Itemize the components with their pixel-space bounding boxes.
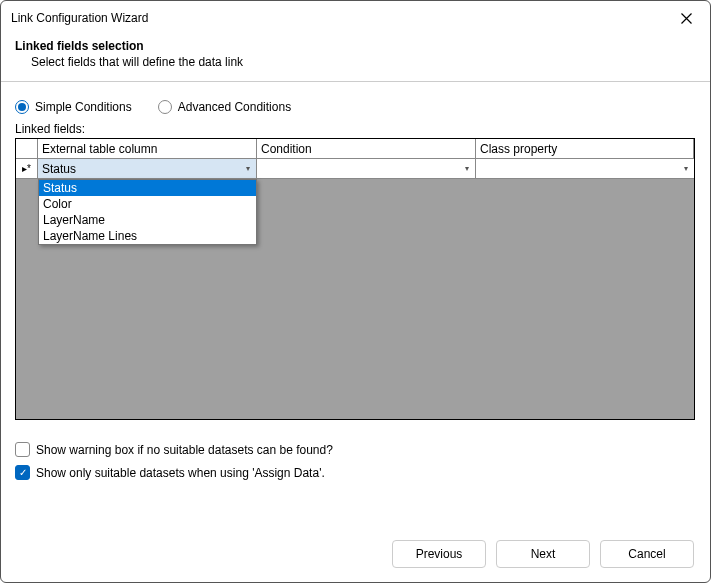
dropdown-option[interactable]: Status bbox=[39, 180, 256, 196]
suitable-datasets-checkbox-row[interactable]: ✓ Show only suitable datasets when using… bbox=[15, 461, 696, 484]
radio-circle-icon bbox=[15, 100, 29, 114]
column-header-external[interactable]: External table column bbox=[38, 139, 257, 158]
condition-type-radio-group: Simple Conditions Advanced Conditions bbox=[15, 100, 696, 114]
wizard-button-bar: Previous Next Cancel bbox=[392, 540, 694, 568]
cancel-button[interactable]: Cancel bbox=[600, 540, 694, 568]
dropdown-option[interactable]: Color bbox=[39, 196, 256, 212]
chevron-down-icon[interactable]: ▾ bbox=[678, 159, 694, 178]
class-property-cell[interactable]: ▾ bbox=[476, 159, 694, 179]
close-icon bbox=[681, 13, 692, 24]
dropdown-option[interactable]: LayerName Lines bbox=[39, 228, 256, 244]
close-button[interactable] bbox=[672, 4, 700, 32]
condition-cell[interactable]: ▾ bbox=[257, 159, 476, 179]
row-indicator-icon[interactable]: ▸* bbox=[16, 159, 38, 179]
titlebar: Link Configuration Wizard bbox=[1, 1, 710, 35]
dropdown-option[interactable]: LayerName bbox=[39, 212, 256, 228]
simple-conditions-radio[interactable]: Simple Conditions bbox=[15, 100, 132, 114]
advanced-conditions-radio[interactable]: Advanced Conditions bbox=[158, 100, 291, 114]
checkbox-label: Show only suitable datasets when using '… bbox=[36, 466, 325, 480]
chevron-down-icon[interactable]: ▾ bbox=[459, 159, 475, 178]
grid-data-row: ▸* Status ▾ ▾ ▾ bbox=[16, 159, 694, 179]
radio-label: Simple Conditions bbox=[35, 100, 132, 114]
checkbox-checked-icon: ✓ bbox=[15, 465, 30, 480]
page-title: Linked fields selection bbox=[15, 39, 696, 53]
wizard-header: Linked fields selection Select fields th… bbox=[1, 35, 710, 81]
checkbox-unchecked-icon bbox=[15, 442, 30, 457]
linked-fields-grid: External table column Condition Class pr… bbox=[15, 138, 695, 420]
page-subtitle: Select fields that will define the data … bbox=[15, 55, 696, 69]
chevron-down-icon[interactable]: ▾ bbox=[240, 159, 256, 178]
radio-label: Advanced Conditions bbox=[178, 100, 291, 114]
previous-button[interactable]: Previous bbox=[392, 540, 486, 568]
next-button[interactable]: Next bbox=[496, 540, 590, 568]
warning-checkbox-row[interactable]: Show warning box if no suitable datasets… bbox=[15, 438, 696, 461]
linked-fields-label: Linked fields: bbox=[15, 122, 696, 136]
checkbox-label: Show warning box if no suitable datasets… bbox=[36, 443, 333, 457]
grid-corner-cell bbox=[16, 139, 38, 158]
content-area: Simple Conditions Advanced Conditions Li… bbox=[1, 82, 710, 430]
external-column-cell[interactable]: Status ▾ bbox=[38, 159, 257, 179]
options-section: Show warning box if no suitable datasets… bbox=[1, 430, 710, 492]
window-title: Link Configuration Wizard bbox=[11, 11, 672, 25]
column-header-class-property[interactable]: Class property bbox=[476, 139, 694, 158]
column-header-condition[interactable]: Condition bbox=[257, 139, 476, 158]
external-column-dropdown: Status Color LayerName LayerName Lines bbox=[38, 179, 257, 245]
grid-header-row: External table column Condition Class pr… bbox=[16, 139, 694, 159]
radio-circle-icon bbox=[158, 100, 172, 114]
cell-value: Status bbox=[38, 162, 240, 176]
